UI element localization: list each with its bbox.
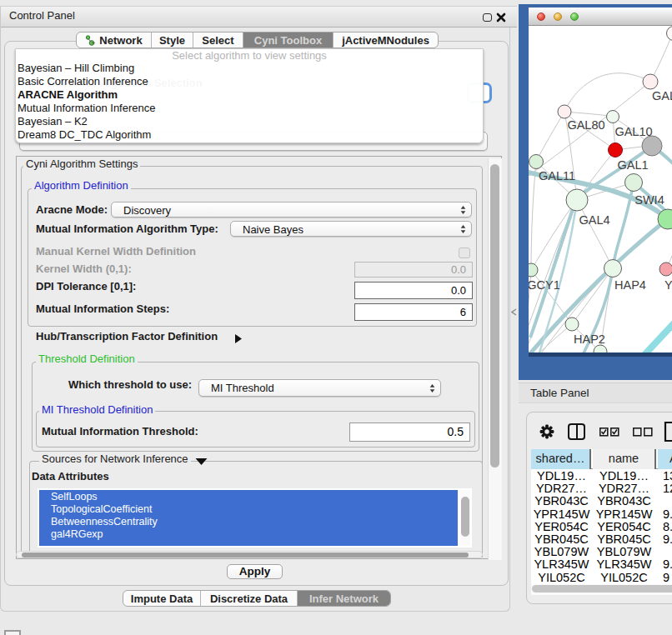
svg-text:GAL1: GAL1 <box>617 158 648 172</box>
svg-text:GCY1: GCY1 <box>529 278 560 292</box>
svg-text:HAP4: HAP4 <box>614 278 646 292</box>
svg-text:GAL7: GAL7 <box>652 89 672 102</box>
svg-text:GAL11: GAL11 <box>539 169 575 182</box>
svg-text:GAL4: GAL4 <box>579 213 609 227</box>
svg-text:HAP2: HAP2 <box>574 332 605 346</box>
svg-text:GAL80: GAL80 <box>567 118 604 132</box>
svg-text:SWI4: SWI4 <box>634 193 664 207</box>
svg-text:YB: YB <box>664 278 672 292</box>
svg-text:GAL10: GAL10 <box>614 125 652 138</box>
